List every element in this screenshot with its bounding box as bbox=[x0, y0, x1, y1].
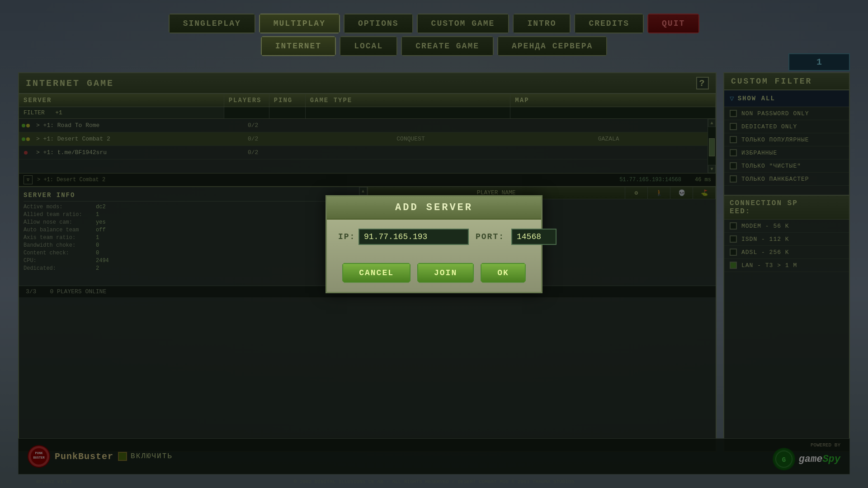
join-button[interactable]: JOIN bbox=[417, 263, 474, 283]
ip-input[interactable] bbox=[359, 229, 469, 245]
port-input[interactable] bbox=[511, 229, 557, 245]
modal-title: ADD SERVER bbox=[327, 197, 541, 220]
modal-field-row: IP: PORT: bbox=[338, 229, 530, 245]
cancel-button[interactable]: CANCEL bbox=[342, 263, 410, 283]
ip-label: IP: bbox=[338, 232, 352, 241]
add-server-modal: ADD SERVER IP: PORT: CANCEL JOIN OK bbox=[326, 195, 542, 293]
ok-button[interactable]: OK bbox=[481, 263, 526, 283]
modal-buttons: CANCEL JOIN OK bbox=[327, 263, 541, 292]
modal-body: IP: PORT: bbox=[327, 220, 541, 263]
modal-overlay: ADD SERVER IP: PORT: CANCEL JOIN OK bbox=[0, 0, 868, 488]
port-label: PORT: bbox=[476, 232, 505, 241]
